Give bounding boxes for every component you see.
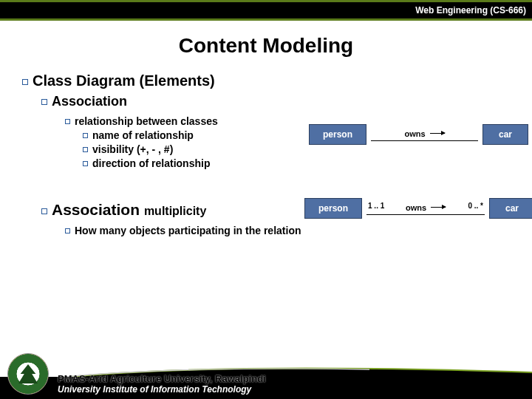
bullet-l3-text: relationship between classes name of rel…: [65, 115, 309, 171]
connector-line: [371, 140, 478, 141]
square-bullet-icon: [41, 208, 47, 214]
footer: PMAS-Arid Agriculture University, Rawalp…: [0, 346, 532, 399]
bullet-l3-how-many: How many objects participating in the re…: [65, 225, 525, 236]
bullet-l3: relationship between classes: [65, 115, 309, 127]
bullet-l4-name: name of relationship: [83, 129, 309, 141]
multiplicity-labels: 1 .. 1 0 .. *: [366, 202, 485, 210]
course-code: Web Engineering (CS-666): [415, 5, 526, 16]
bullet-l1: Class Diagram (Elements): [22, 72, 525, 89]
bullet-l2-association: Association: [41, 94, 525, 109]
university-logo: [7, 353, 49, 395]
diagram-multiplicity: person 1 .. 1 0 .. * owns car: [304, 198, 532, 219]
arrow-right-icon: [430, 133, 445, 134]
header-bar: Web Engineering (CS-666): [0, 0, 532, 21]
class-box-car: car: [482, 124, 528, 145]
connector-line: [366, 214, 485, 215]
assoc-label: owns: [404, 129, 444, 139]
content-area: Class Diagram (Elements) Association rel…: [0, 72, 532, 236]
square-bullet-icon: [83, 133, 88, 138]
square-bullet-icon: [41, 99, 47, 105]
institute-name: University Institute of Information Tech…: [58, 384, 266, 395]
class-box-person: person: [304, 198, 362, 219]
tree-icon: [18, 364, 38, 383]
square-bullet-icon: [83, 161, 88, 166]
university-name: PMAS-Arid Agriculture University, Rawalp…: [58, 373, 266, 384]
association-connector: 1 .. 1 0 .. * owns: [366, 202, 485, 215]
bullet-l4-visibility: visibility (+, - , #): [83, 143, 309, 155]
association-connector: owns: [371, 129, 478, 141]
diagram-association: person owns car: [309, 124, 528, 145]
footer-text: PMAS-Arid Agriculture University, Rawalp…: [58, 373, 266, 395]
bullet-l2-multiplicity: Association multiplicity: [41, 201, 296, 219]
bullet-l4-direction: direction of relationship: [83, 157, 309, 169]
class-box-person: person: [309, 124, 366, 145]
square-bullet-icon: [22, 79, 28, 85]
arrow-right-icon: [431, 207, 446, 208]
class-box-car: car: [489, 198, 532, 219]
slide-title: Content Modeling: [0, 34, 532, 58]
square-bullet-icon: [65, 119, 70, 124]
square-bullet-icon: [83, 147, 88, 152]
row-relationship: relationship between classes name of rel…: [22, 115, 525, 171]
square-bullet-icon: [65, 228, 70, 233]
